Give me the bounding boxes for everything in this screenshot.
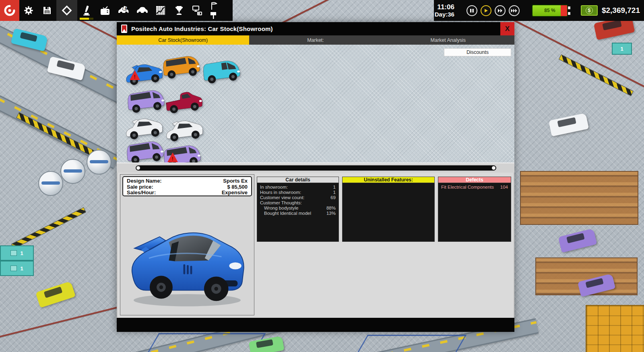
design-info-box: Design Name:Sports Ex Sale price:$ 85,50… xyxy=(122,176,252,196)
car-details-panel: Car details In showroom:1 Hours in showr… xyxy=(257,177,339,242)
game-clock: 11:06 Day:36 xyxy=(435,3,454,18)
slot-count: 1 xyxy=(20,250,23,256)
detail-value: 69 xyxy=(330,195,336,200)
slot-counter-badge: 1 xyxy=(612,43,632,55)
company-logo-icon xyxy=(121,25,127,33)
showroom-area: Discounts ! ! ! ! ! ! ! ! xyxy=(117,45,514,163)
power-meter: 85 % xyxy=(532,4,568,17)
slot-counter-badge: 1 xyxy=(0,261,34,276)
settings-button[interactable] xyxy=(19,0,38,21)
scroll-right-handle[interactable] xyxy=(492,166,495,170)
sales-hour-label: Sales/Hour: xyxy=(127,190,156,196)
car-details-header: Car details xyxy=(257,177,339,183)
marketing-tv-button[interactable] xyxy=(96,0,114,21)
selected-car-image xyxy=(126,212,248,312)
detail-value: 1 xyxy=(333,185,336,190)
slot-count: 1 xyxy=(620,46,623,52)
uninstalled-features-header: Uninstalled Features: xyxy=(342,177,435,183)
defects-panel: Defects Fit Electrical Components104 xyxy=(438,177,511,242)
main-toolbar: $ xyxy=(0,0,233,21)
detail-value: 13% xyxy=(326,211,336,216)
slot-count: 1 xyxy=(20,266,23,272)
power-percent-label: 85 % xyxy=(544,8,555,13)
design-name-label: Design Name: xyxy=(127,178,162,184)
defect-value: 104 xyxy=(500,185,508,190)
pause-button[interactable] xyxy=(466,5,477,16)
car-stock-dialog: Positech Auto Industries: Car Stock(Show… xyxy=(117,22,514,331)
detail-label: In showroom: xyxy=(260,185,288,190)
defect-label: Fit Electrical Components xyxy=(441,185,494,190)
horizontal-scrollbar[interactable] xyxy=(136,165,496,171)
detail-label: Bought Identical model xyxy=(264,211,311,216)
detail-value: 1 xyxy=(333,190,336,195)
day-label: Day:36 xyxy=(435,11,454,18)
detail-area: Design Name:Sports Ex Sale price:$ 85,50… xyxy=(117,173,514,318)
dialog-tabs: Car Stock(Showroom) Market: Market Analy… xyxy=(117,35,514,45)
showroom-car-van[interactable]: ! xyxy=(201,58,242,84)
factory-car xyxy=(558,228,597,253)
power-meter-deficit xyxy=(561,5,567,16)
showroom-car-wagon[interactable]: ! xyxy=(161,53,201,79)
positech-logo-icon[interactable] xyxy=(0,0,19,21)
dialog-title: Positech Auto Industries: Car Stock(Show… xyxy=(131,25,273,32)
selected-car-panel: Design Name:Sports Ex Sale price:$ 85,50… xyxy=(120,174,254,315)
statistics-button[interactable] xyxy=(151,0,170,21)
dialog-titlebar: Positech Auto Industries: Car Stock(Show… xyxy=(117,22,514,35)
sales-hour-value: Expensive xyxy=(222,190,248,196)
machine-chip-icon xyxy=(10,250,17,256)
showroom-car-suv[interactable]: ! xyxy=(125,138,165,165)
sale-price-value: $ 85,500 xyxy=(227,184,248,190)
storage-tank xyxy=(60,159,85,184)
factory-car xyxy=(35,281,76,308)
game-screen: 1 1 1 $ xyxy=(0,0,644,352)
money-amount: $2,369,721 xyxy=(602,6,640,15)
factory-car xyxy=(549,113,589,137)
detail-value: 88% xyxy=(326,206,336,211)
storage-tank xyxy=(87,150,111,175)
design-name-value: Sports Ex xyxy=(223,178,248,184)
fastest-forward-button[interactable] xyxy=(509,5,520,16)
defects-header: Defects xyxy=(438,177,511,183)
pallet-rack xyxy=(520,171,638,225)
save-game-button[interactable] xyxy=(38,0,56,21)
uninstalled-features-panel: Uninstalled Features: xyxy=(342,177,435,242)
detail-label: Wrong bodystyle xyxy=(264,206,298,211)
tab-market-analysis[interactable]: Market Analysis xyxy=(382,35,514,45)
multi-monitor-button[interactable] xyxy=(188,0,207,21)
build-mode-button[interactable] xyxy=(56,0,77,21)
fast-forward-button[interactable] xyxy=(495,5,506,16)
status-bar: 11:06 Day:36 85 % $ $2,369,721 xyxy=(434,0,644,21)
vehicle-showroom-button[interactable]: $ xyxy=(114,0,133,21)
time-label: 11:06 xyxy=(435,3,454,11)
detail-label: Customer Thoughts: xyxy=(260,200,302,206)
sale-price-label: Sale price: xyxy=(127,184,153,190)
machine-chip-icon xyxy=(10,266,17,271)
close-button[interactable]: X xyxy=(500,22,514,35)
tab-market[interactable]: Market: xyxy=(249,35,382,45)
research-progress-bar xyxy=(80,18,93,20)
play-button[interactable] xyxy=(481,5,491,16)
showroom-car-sports[interactable]: ! xyxy=(124,60,164,86)
research-button[interactable] xyxy=(77,0,96,21)
showroom-car-pickup[interactable]: ! xyxy=(164,88,204,115)
showroom-car-sedan[interactable]: ! xyxy=(164,116,204,143)
milestones-button[interactable] xyxy=(207,0,221,21)
steel-frame xyxy=(147,333,266,352)
money-icon: $ xyxy=(581,5,598,16)
hazard-stripe xyxy=(11,207,86,249)
storage-tank xyxy=(38,171,63,196)
scroll-left-handle[interactable] xyxy=(136,166,140,170)
showroom-scroll-strip xyxy=(117,163,514,173)
showroom-car-suv[interactable]: ! xyxy=(126,87,166,113)
detail-label: Hours in showroom: xyxy=(260,190,301,195)
detail-label: Customer view count: xyxy=(260,195,305,200)
crate-stack xyxy=(586,305,644,352)
steel-frame xyxy=(357,335,467,352)
achievements-button[interactable] xyxy=(170,0,188,21)
dialog-footer xyxy=(117,318,514,332)
tab-car-stock[interactable]: Car Stock(Showroom) xyxy=(117,35,249,45)
discounts-button[interactable]: Discounts xyxy=(444,48,511,56)
slot-counter-badge: 1 xyxy=(0,245,34,261)
vehicle-design-button[interactable] xyxy=(133,0,151,21)
cash-display: $ $2,369,721 xyxy=(581,5,640,16)
